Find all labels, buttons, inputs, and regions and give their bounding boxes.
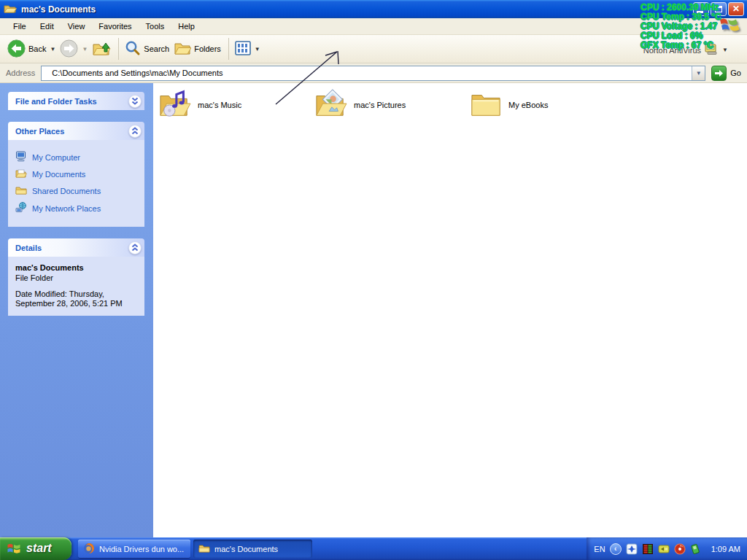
forward-button[interactable]: ▼ [60, 39, 88, 59]
details-date-modified: Date Modified: Thursday, September 28, 2… [15, 289, 132, 308]
views-button[interactable]: ▼ [235, 41, 260, 57]
folders-label: Folders [194, 44, 221, 53]
music-folder-icon [158, 89, 191, 121]
link-my-computer[interactable]: My Computer [15, 151, 139, 163]
file-folder-tasks-panel: File and Folder Tasks [8, 92, 144, 110]
views-dropdown-icon[interactable]: ▼ [255, 46, 260, 52]
other-places-body: My Computer My Documents [8, 140, 144, 227]
address-dropdown-icon[interactable]: ▼ [692, 66, 705, 80]
back-dropdown-icon[interactable]: ▼ [50, 46, 55, 52]
my-documents-icon [15, 168, 27, 180]
menu-view[interactable]: View [61, 19, 93, 34]
taskbar-tasks: Nvidia Drivers dun wo... mac's Documents [78, 540, 587, 558]
details-panel: Details mac's Documents File Folder Date… [8, 238, 144, 316]
task-button-nvidia-drivers[interactable]: Nvidia Drivers dun wo... [78, 540, 190, 558]
norton-dropdown-icon[interactable]: ▼ [722, 47, 728, 53]
file-folder-tasks-title: File and Folder Tasks [15, 97, 97, 106]
search-label: Search [144, 44, 169, 53]
menu-edit[interactable]: Edit [34, 19, 61, 34]
address-bar: Address C:\Documents and Settings\mac\My… [0, 63, 747, 83]
link-my-documents[interactable]: My Documents [15, 168, 139, 180]
go-label: Go [730, 69, 741, 77]
plain-folder-icon [470, 90, 502, 120]
chevron-double-down-icon [131, 96, 139, 106]
go-arrow-icon [711, 66, 727, 81]
green-app-tray-icon[interactable] [690, 543, 702, 555]
start-label: start [26, 542, 52, 556]
menu-favorites[interactable]: Favorites [92, 19, 139, 34]
address-input[interactable]: C:\Documents and Settings\mac\My Documen… [41, 66, 705, 81]
folder-icon [198, 543, 210, 555]
hardware-osd-overlay: CPU : 2600.39 MHz CPU Temp : 39.5 °C CPU… [640, 3, 721, 50]
my-computer-icon [15, 151, 27, 163]
back-button[interactable]: Back ▼ [7, 39, 55, 59]
up-folder-icon [92, 39, 111, 59]
menu-help[interactable]: Help [171, 19, 202, 34]
windows-flag-icon [719, 15, 740, 36]
collapse-panel-button[interactable] [128, 241, 142, 254]
shared-documents-label: Shared Documents [32, 187, 101, 195]
window-folder-icon [4, 3, 17, 16]
folder-tile-macs-pictures[interactable]: mac's Pictures [314, 87, 470, 123]
start-button[interactable]: start [0, 537, 71, 560]
window-title: mac's Documents [21, 4, 96, 15]
details-header[interactable]: Details [8, 238, 144, 257]
task-pane-sidebar: File and Folder Tasks Other Places [0, 83, 153, 537]
chevron-double-up-icon [131, 126, 139, 136]
shared-documents-icon [15, 185, 27, 197]
folder-tile-macs-music[interactable]: mac's Music [158, 87, 314, 123]
chevron-double-up-icon [131, 243, 139, 253]
address-value: C:\Documents and Settings\mac\My Documen… [42, 69, 222, 77]
folder-label: My eBooks [508, 101, 548, 109]
other-places-title: Other Places [15, 127, 64, 136]
my-network-places-icon [15, 202, 27, 214]
file-list-area[interactable]: mac's Music [153, 83, 747, 537]
task-button-macs-documents[interactable]: mac's Documents [193, 540, 312, 558]
folders-button[interactable]: Folders [174, 40, 221, 58]
toolbar-separator [118, 38, 119, 60]
pictures-folder-icon [314, 89, 347, 121]
file-tiles-row: mac's Music [158, 87, 747, 123]
other-places-header[interactable]: Other Places [8, 122, 144, 140]
back-icon [7, 39, 26, 59]
file-folder-tasks-header[interactable]: File and Folder Tasks [8, 92, 144, 110]
language-indicator[interactable]: EN [594, 545, 605, 553]
my-computer-label: My Computer [32, 153, 80, 162]
up-button[interactable] [92, 39, 111, 59]
search-icon [125, 40, 141, 58]
nview-tray-icon[interactable] [626, 543, 638, 555]
menu-tools[interactable]: Tools [139, 19, 172, 34]
system-tray: EN ‹ [587, 537, 747, 560]
collapse-panel-button[interactable] [128, 125, 142, 138]
desktop-screen: mac's Documents ✕ File Edit View Favorit… [0, 0, 747, 560]
details-title: Details [15, 244, 42, 252]
red-app-tray-icon[interactable] [674, 543, 686, 555]
osd-gfx-temp: GFX Temp : 67 °C [640, 41, 721, 50]
search-button[interactable]: Search [125, 40, 169, 58]
menu-file[interactable]: File [7, 19, 34, 34]
expand-panel-button[interactable] [128, 95, 142, 108]
task-label: mac's Documents [214, 545, 278, 553]
hardware-meter-tray-icon[interactable] [642, 543, 654, 555]
menu-bar: File Edit View Favorites Tools Help [0, 18, 747, 35]
folder-label: mac's Pictures [354, 101, 406, 109]
my-network-places-label: My Network Places [32, 204, 101, 213]
link-shared-documents[interactable]: Shared Documents [15, 185, 139, 197]
back-label: Back [28, 44, 46, 53]
start-flag-icon [7, 541, 22, 557]
folder-label: mac's Music [198, 101, 241, 109]
details-folder-type: File Folder [15, 273, 139, 282]
details-folder-name: mac's Documents [15, 263, 139, 272]
window-titlebar[interactable]: mac's Documents ✕ [0, 0, 747, 18]
folder-tile-my-ebooks[interactable]: My eBooks [470, 87, 626, 123]
taskbar-clock[interactable]: 1:09 AM [711, 545, 740, 553]
standard-toolbar: Back ▼ ▼ [0, 35, 747, 63]
go-button[interactable]: Go [711, 66, 741, 81]
other-places-panel: Other Places [8, 122, 144, 227]
hide-icons-chevron[interactable]: ‹ [610, 543, 622, 555]
task-label: Nvidia Drivers dun wo... [99, 545, 184, 553]
yellow-app-tray-icon[interactable] [658, 543, 670, 555]
forward-dropdown-icon[interactable]: ▼ [82, 46, 88, 52]
details-body: mac's Documents File Folder Date Modifie… [8, 257, 144, 316]
link-my-network-places[interactable]: My Network Places [15, 202, 139, 214]
